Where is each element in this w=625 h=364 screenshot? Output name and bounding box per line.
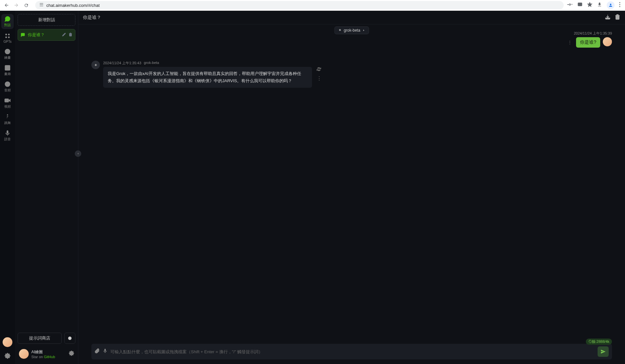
collapse-sidebar-button[interactable] <box>75 150 81 157</box>
rail-settings-icon[interactable] <box>3 351 12 361</box>
input-row <box>91 344 612 359</box>
browser-reload-button[interactable] <box>23 2 29 8</box>
rail-draw-label: 繪畫 <box>4 55 11 60</box>
main-area: 你是谁？ grok-beta 2024/11/24 上午1:35:39 ⋮ 你是… <box>78 11 625 364</box>
footer-subtitle: Star on GitHub <box>31 355 66 359</box>
svg-point-20 <box>69 338 70 339</box>
sparkle-icon <box>338 28 342 32</box>
password-icon[interactable] <box>567 2 573 8</box>
rail-chat-label: 對話 <box>4 23 11 27</box>
user-avatar <box>603 37 612 46</box>
svg-point-10 <box>8 50 9 51</box>
regenerate-icon[interactable] <box>317 67 322 73</box>
rail-draw[interactable]: 繪畫 <box>1 47 14 62</box>
assistant-bubble: 我是Grok，一款由xAI开发的人工智能，旨在提供有帮助且真实的回答，帮助用户理… <box>103 67 312 88</box>
prompt-store-button[interactable]: 提示詞商店 <box>18 333 62 344</box>
svg-point-8 <box>5 49 10 54</box>
delete-conversation-icon[interactable] <box>69 33 72 38</box>
input-area: ◎餘:2888/4k <box>78 341 625 364</box>
svg-point-2 <box>619 4 620 5</box>
rail-chat[interactable]: 對話 <box>1 14 14 29</box>
github-link[interactable]: GitHub <box>44 355 55 359</box>
chat-body: grok-beta 2024/11/24 上午1:35:39 ⋮ 你是谁? ✦ <box>78 24 625 341</box>
conversation-item[interactable]: 你是谁？ <box>18 29 75 41</box>
browser-back-button[interactable] <box>3 2 10 8</box>
delete-chat-icon[interactable] <box>615 14 620 21</box>
browser-menu-icon[interactable] <box>619 2 620 8</box>
sidebar: 新增對話 你是谁？ 提示詞商店 AI繪圖 Star on GitHub <box>15 11 78 364</box>
assistant-model: grok-beta <box>144 61 159 66</box>
send-button[interactable] <box>598 346 609 357</box>
svg-point-5 <box>8 34 10 35</box>
url-bar[interactable]: chat.aimakerhub.com/#/chat <box>35 1 564 9</box>
footer-settings-icon[interactable] <box>69 351 74 357</box>
assistant-msg-menu-icon[interactable]: ⋮ <box>317 75 322 82</box>
sidebar-footer: AI繪圖 Star on GitHub <box>18 347 75 361</box>
svg-point-4 <box>5 34 7 35</box>
model-name: grok-beta <box>344 28 360 33</box>
svg-point-13 <box>6 67 7 68</box>
user-msg-menu-icon[interactable]: ⋮ <box>568 40 572 45</box>
app-root: 對話 GPTs 繪畫 畫廊 音頻 視頻 跳舞 語音 新增對話 你是谁？ 提示詞商… <box>0 11 625 364</box>
token-badge: ◎餘:2888/4k <box>586 339 612 345</box>
model-selector[interactable]: grok-beta <box>334 26 369 34</box>
rail-audio-label: 音頻 <box>4 88 11 93</box>
bookmark-star-icon[interactable] <box>587 2 592 8</box>
footer-avatar <box>19 349 29 359</box>
site-info-icon[interactable] <box>39 3 44 8</box>
message-input[interactable] <box>110 349 595 354</box>
browser-chrome: chat.aimakerhub.com/#/chat <box>0 0 625 11</box>
rail-user-avatar[interactable] <box>3 337 12 347</box>
url-text: chat.aimakerhub.com/#/chat <box>46 3 100 8</box>
svg-rect-16 <box>5 99 9 102</box>
rail-gallery-label: 畫廊 <box>4 72 11 76</box>
svg-point-11 <box>6 52 7 53</box>
rail-audio[interactable]: 音頻 <box>1 79 14 94</box>
svg-point-6 <box>5 36 7 38</box>
conversation-title: 你是谁？ <box>28 32 59 38</box>
attach-icon[interactable] <box>95 348 100 355</box>
svg-point-7 <box>8 36 10 38</box>
assistant-avatar: ✦ <box>91 61 100 69</box>
chat-title: 你是谁？ <box>83 15 601 21</box>
icon-rail: 對話 GPTs 繪畫 畫廊 音頻 視頻 跳舞 語音 <box>0 11 15 364</box>
rail-gpts-label: GPTs <box>4 40 11 43</box>
download-chat-icon[interactable] <box>605 14 611 21</box>
downloads-icon[interactable] <box>597 2 602 8</box>
svg-point-3 <box>619 6 620 7</box>
edit-conversation-icon[interactable] <box>62 33 66 38</box>
browser-forward-button[interactable] <box>13 2 20 8</box>
profile-avatar-icon[interactable] <box>607 1 615 9</box>
rail-gpts[interactable]: GPTs <box>1 30 14 45</box>
user-timestamp: 2024/11/24 上午1:35:39 <box>568 31 612 36</box>
footer-title: AI繪圖 <box>31 349 66 355</box>
assistant-message-row: ✦ 2024/11/24 上午1:35:43 grok-beta 我是Grok，… <box>91 61 612 88</box>
install-app-icon[interactable] <box>577 2 583 8</box>
svg-point-17 <box>7 114 8 115</box>
rail-voice[interactable]: 語音 <box>1 128 14 143</box>
rail-dance-label: 跳舞 <box>4 121 11 125</box>
rail-dance[interactable]: 跳舞 <box>1 112 14 127</box>
assistant-timestamp: 2024/11/24 上午1:35:43 <box>103 61 141 66</box>
new-chat-button[interactable]: 新增對話 <box>18 14 75 26</box>
mic-input-icon[interactable] <box>102 348 108 355</box>
rail-voice-label: 語音 <box>4 137 11 142</box>
user-bubble: 你是谁? <box>576 37 600 48</box>
rail-video[interactable]: 視頻 <box>1 96 14 111</box>
chat-header: 你是谁？ <box>78 11 625 24</box>
svg-point-9 <box>6 50 7 51</box>
rail-gallery[interactable]: 畫廊 <box>1 63 14 78</box>
chat-icon <box>21 33 25 37</box>
svg-point-15 <box>7 83 8 85</box>
sidebar-target-button[interactable] <box>64 333 75 344</box>
browser-toolbar-right <box>567 1 620 9</box>
rail-video-label: 視頻 <box>4 104 11 109</box>
svg-point-1 <box>619 2 620 3</box>
chevron-right-icon <box>362 29 366 32</box>
